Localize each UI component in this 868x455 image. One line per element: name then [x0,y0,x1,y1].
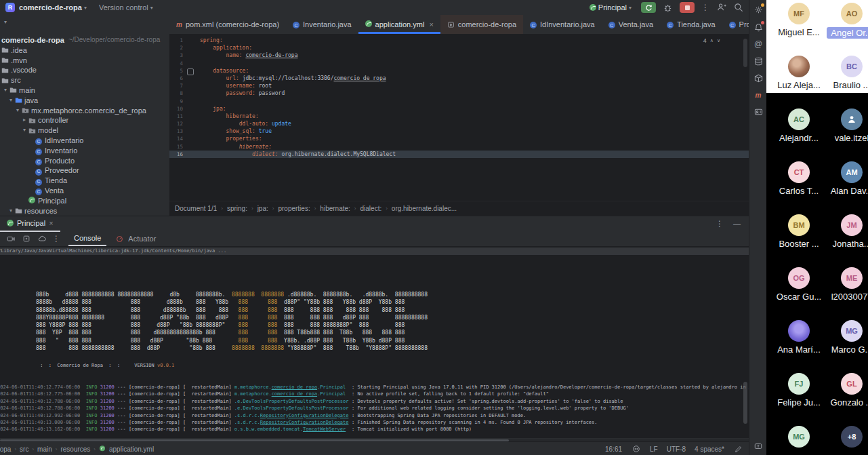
editor-scrollbar[interactable] [743,39,747,67]
indent-style[interactable]: 4 spaces* [695,446,724,453]
tree-item-idinventario[interactable]: CIdInventario [0,136,169,146]
breadcrumb-item[interactable]: properties: [278,205,310,212]
tree-item--mvn[interactable]: .mvn [0,56,169,66]
tab-console[interactable]: Console [68,231,106,246]
cloud-icon[interactable] [37,234,47,244]
participant[interactable]: Luz Aleja... [774,56,825,90]
run-config-selector[interactable]: Principal ▾ [590,3,632,12]
vcs-selector[interactable]: Version control ▾ [99,3,153,12]
nav-bar-item[interactable]: comercio-de-ropa [0,446,11,453]
tree-item-model[interactable]: ▾model [0,125,169,136]
participant[interactable]: JMJonatha... [827,214,868,249]
participant[interactable]: MGMarco G... [827,320,868,355]
tab-inventario-java[interactable]: CInventario.java [286,15,358,34]
breadcrumb-item[interactable]: hibernate: [320,205,350,212]
participant[interactable]: MG [774,426,825,448]
participant[interactable]: BCBraulio ... [827,56,868,90]
database-icon[interactable] [753,56,764,66]
participant[interactable]: vale.itzel [827,108,868,143]
breadcrumb-item[interactable]: spring: [227,205,247,212]
chevron-right-icon[interactable]: ▸ [20,115,28,125]
tab-comercio-de-ropa[interactable]: comercio-de-ropa [440,15,523,34]
tree-item-inventario[interactable]: CInventario [0,146,169,156]
participant[interactable]: +8 [827,426,868,448]
inspections-widget[interactable]: 4 ∧∨ [703,37,720,44]
tree-item-venta[interactable]: CVenta [0,186,169,196]
caret-position[interactable]: 16:61 [605,446,622,453]
chevron-down-icon[interactable]: ▾ [7,96,15,106]
tree-item-proveedor[interactable]: CProveedor [0,165,169,176]
tab-application-yml[interactable]: application.yml× [358,15,440,34]
breadcrumb-item[interactable]: Document 1/1 [175,205,217,212]
file-encoding[interactable]: UTF-8 [667,446,686,453]
tree-item-mx-metaphorce-comercio-de-ropa[interactable]: ▾mx.metaphorce.comercio_de_ropa [0,106,169,116]
tab-venta-java[interactable]: CVenta.java [602,15,660,34]
tab-pom-xml-comercio-de-ropa-[interactable]: mpom.xml (comercio-de-ropa) [169,15,286,34]
more-icon[interactable]: ⋮ [52,234,60,243]
participant[interactable]: AOAngel Or... [827,3,868,39]
camera-icon[interactable] [5,234,16,244]
participant[interactable]: AMAlan Dav... [827,161,868,196]
breadcrumb-item[interactable]: org.hibernate.dialec... [392,205,457,212]
tree-item-principal[interactable]: Principal [0,196,169,206]
participant[interactable]: BMBooster ... [774,214,825,249]
chevron-down-icon[interactable]: ▾ [7,206,15,216]
participant[interactable]: GLGonzalo ... [827,373,868,408]
notifications-icon[interactable] [753,22,764,33]
chevron-down-icon[interactable]: ▾ [20,125,28,136]
copilot-icon[interactable] [631,444,641,454]
tree-item-controller[interactable]: ▸controller [0,115,169,125]
tab-actuator[interactable]: Actuator [109,231,161,246]
participant[interactable]: Ana Marí... [774,320,825,355]
maven-icon[interactable]: m [753,90,764,100]
logger-link[interactable]: TomcatWebServer [303,427,346,432]
editor[interactable]: 1spring:2 application:3 name: comercio-d… [169,35,749,201]
tree-item--vscode[interactable]: .vscode [0,65,169,75]
nav-bar-item[interactable]: application.yml [109,446,154,453]
close-icon[interactable]: × [49,219,53,227]
breadcrumb-item[interactable]: dialect: [360,205,382,212]
pencil-icon[interactable] [733,444,743,454]
meeting-icon[interactable] [753,106,764,117]
ai-assistant-icon[interactable]: @ [753,39,764,50]
project-selector[interactable]: comercio-de-ropa ▾ [19,3,87,12]
logger-link[interactable]: comercio_de_ropa [272,391,317,397]
tab-tienda-java[interactable]: CTienda.java [660,15,722,34]
nav-bar-item[interactable]: src [20,446,28,453]
logger-link[interactable]: RepositoryConfigurationDelegate [260,420,349,425]
tree-item-resources[interactable]: ▾resources [0,206,169,216]
logger-link[interactable]: RepositoryConfigurationDelegate [260,413,349,418]
participant[interactable]: MFMiguel E... [774,3,825,37]
add-user-icon[interactable] [716,3,726,13]
tree-item-java[interactable]: ▾java [0,96,169,106]
debug-button[interactable] [663,3,673,13]
tree-item-tienda[interactable]: CTienda [0,176,169,186]
settings-icon[interactable] [753,4,764,15]
console-scrollbar[interactable] [743,382,747,424]
chevron-down-icon[interactable]: ▾ [1,85,9,96]
tree-item-producto[interactable]: CProducto [0,156,169,166]
breadcrumb-item[interactable]: jpa: [257,205,268,212]
tab-idinventario-java[interactable]: CIdInventario.java [523,15,602,34]
tree-item-src[interactable]: src [0,75,169,85]
console-output[interactable]: /Library/Java/JavaVirtualMachines/liberi… [0,246,749,438]
participant[interactable]: ACAlejandr... [774,108,825,143]
participant[interactable]: OGOscar Gu... [774,267,825,302]
search-icon[interactable] [733,3,743,13]
tree-item--idea[interactable]: .idea [0,45,169,56]
line-separator[interactable]: LF [650,446,658,453]
services-icon[interactable] [753,73,764,83]
logger-link[interactable]: comercio_de_ropa [272,384,317,390]
nav-bar-item[interactable]: main [37,446,52,453]
nav-bar-item[interactable]: resources [60,446,90,453]
tree-item-main[interactable]: ▾main [0,85,169,96]
participant[interactable]: FJFelipe Ju... [774,373,825,408]
more-icon[interactable]: ⋮ [716,219,724,229]
tree-root-row[interactable]: comercio-de-ropa~/Developer/comercio-de-… [0,35,169,45]
participant[interactable]: MEl20030077 [827,267,868,302]
close-icon[interactable]: × [429,20,433,28]
screen-share-icon[interactable] [753,441,764,452]
rerun-button[interactable] [641,2,656,13]
participant[interactable]: CTCarlos T... [774,161,825,196]
stop-button[interactable] [680,2,695,13]
